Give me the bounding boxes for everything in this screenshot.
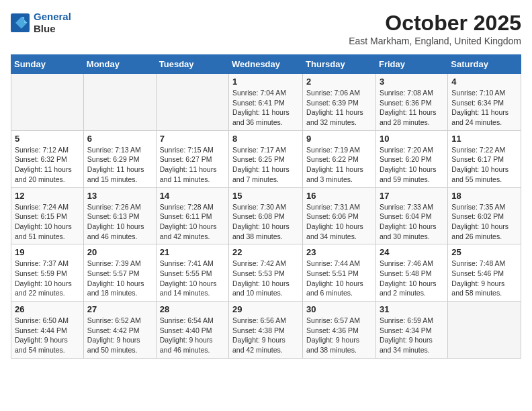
logo-icon <box>11 13 30 32</box>
day-number: 25 <box>451 247 517 257</box>
calendar-cell: 9Sunrise: 7:19 AM Sunset: 6:22 PM Daylig… <box>303 130 376 187</box>
logo: General Blue <box>11 11 71 35</box>
day-info: Sunrise: 6:50 AM Sunset: 4:44 PM Dayligh… <box>15 316 80 355</box>
day-number: 6 <box>87 134 152 144</box>
day-number: 29 <box>232 304 299 314</box>
calendar-cell: 17Sunrise: 7:33 AM Sunset: 6:04 PM Dayli… <box>375 187 447 244</box>
day-info: Sunrise: 7:42 AM Sunset: 5:53 PM Dayligh… <box>232 259 299 298</box>
day-info: Sunrise: 7:28 AM Sunset: 6:11 PM Dayligh… <box>160 202 225 242</box>
day-info: Sunrise: 6:56 AM Sunset: 4:38 PM Dayligh… <box>232 316 299 355</box>
day-info: Sunrise: 7:41 AM Sunset: 5:55 PM Dayligh… <box>160 259 225 298</box>
day-number: 30 <box>306 304 372 314</box>
logo-text: General Blue <box>34 11 71 35</box>
logo-line1: General <box>34 11 71 22</box>
calendar-cell: 6Sunrise: 7:13 AM Sunset: 6:29 PM Daylig… <box>83 130 156 187</box>
calendar-cell <box>448 302 521 359</box>
calendar-cell: 7Sunrise: 7:15 AM Sunset: 6:27 PM Daylig… <box>156 130 228 187</box>
day-info: Sunrise: 7:33 AM Sunset: 6:04 PM Dayligh… <box>380 202 444 242</box>
day-number: 12 <box>15 191 80 201</box>
calendar-cell: 2Sunrise: 7:06 AM Sunset: 6:39 PM Daylig… <box>303 74 376 131</box>
day-info: Sunrise: 7:08 AM Sunset: 6:36 PM Dayligh… <box>380 88 444 128</box>
day-info: Sunrise: 7:24 AM Sunset: 6:15 PM Dayligh… <box>15 202 80 242</box>
day-info: Sunrise: 6:52 AM Sunset: 4:42 PM Dayligh… <box>87 316 152 355</box>
day-number: 20 <box>87 247 152 257</box>
day-number: 27 <box>87 304 152 314</box>
day-number: 3 <box>380 77 444 87</box>
calendar-cell <box>156 74 228 131</box>
calendar-cell: 24Sunrise: 7:46 AM Sunset: 5:48 PM Dayli… <box>375 244 447 302</box>
day-info: Sunrise: 7:13 AM Sunset: 6:29 PM Dayligh… <box>87 145 152 185</box>
day-number: 17 <box>380 191 444 201</box>
calendar-cell: 12Sunrise: 7:24 AM Sunset: 6:15 PM Dayli… <box>11 187 84 244</box>
day-header-thursday: Thursday <box>303 55 376 74</box>
day-info: Sunrise: 7:30 AM Sunset: 6:08 PM Dayligh… <box>232 202 299 242</box>
day-info: Sunrise: 7:39 AM Sunset: 5:57 PM Dayligh… <box>87 259 152 298</box>
calendar-cell: 4Sunrise: 7:10 AM Sunset: 6:34 PM Daylig… <box>448 74 521 131</box>
day-info: Sunrise: 7:06 AM Sunset: 6:39 PM Dayligh… <box>306 88 372 128</box>
calendar-cell: 15Sunrise: 7:30 AM Sunset: 6:08 PM Dayli… <box>229 187 303 244</box>
day-info: Sunrise: 7:15 AM Sunset: 6:27 PM Dayligh… <box>160 145 225 185</box>
calendar-cell: 25Sunrise: 7:48 AM Sunset: 5:46 PM Dayli… <box>448 244 521 302</box>
calendar-cell: 26Sunrise: 6:50 AM Sunset: 4:44 PM Dayli… <box>11 302 84 359</box>
day-info: Sunrise: 7:37 AM Sunset: 5:59 PM Dayligh… <box>15 259 80 298</box>
calendar-cell: 20Sunrise: 7:39 AM Sunset: 5:57 PM Dayli… <box>83 244 156 302</box>
day-number: 5 <box>15 134 80 144</box>
day-info: Sunrise: 7:20 AM Sunset: 6:20 PM Dayligh… <box>380 145 444 185</box>
calendar-cell: 13Sunrise: 7:26 AM Sunset: 6:13 PM Dayli… <box>83 187 156 244</box>
day-info: Sunrise: 7:31 AM Sunset: 6:06 PM Dayligh… <box>306 202 372 242</box>
day-number: 26 <box>15 304 80 314</box>
week-row-2: 5Sunrise: 7:12 AM Sunset: 6:32 PM Daylig… <box>11 130 521 187</box>
day-number: 9 <box>306 134 372 144</box>
month-title: October 2025 <box>349 11 521 36</box>
day-number: 14 <box>160 191 225 201</box>
calendar-cell <box>83 74 156 131</box>
day-info: Sunrise: 7:35 AM Sunset: 6:02 PM Dayligh… <box>451 202 517 242</box>
calendar-cell: 28Sunrise: 6:54 AM Sunset: 4:40 PM Dayli… <box>156 302 228 359</box>
calendar-cell <box>11 74 84 131</box>
day-number: 7 <box>160 134 225 144</box>
calendar-table: SundayMondayTuesdayWednesdayThursdayFrid… <box>11 54 521 359</box>
location: East Markham, England, United Kingdom <box>349 36 521 46</box>
calendar-cell: 29Sunrise: 6:56 AM Sunset: 4:38 PM Dayli… <box>229 302 303 359</box>
day-header-monday: Monday <box>83 55 156 74</box>
week-row-1: 1Sunrise: 7:04 AM Sunset: 6:41 PM Daylig… <box>11 74 521 131</box>
calendar-cell: 18Sunrise: 7:35 AM Sunset: 6:02 PM Dayli… <box>448 187 521 244</box>
day-info: Sunrise: 6:54 AM Sunset: 4:40 PM Dayligh… <box>160 316 225 355</box>
page-header: General Blue October 2025 East Markham, … <box>11 11 521 46</box>
day-header-tuesday: Tuesday <box>156 55 228 74</box>
day-number: 2 <box>306 77 372 87</box>
day-info: Sunrise: 7:12 AM Sunset: 6:32 PM Dayligh… <box>15 145 80 185</box>
day-info: Sunrise: 7:26 AM Sunset: 6:13 PM Dayligh… <box>87 202 152 242</box>
day-number: 10 <box>380 134 444 144</box>
calendar-cell: 31Sunrise: 6:59 AM Sunset: 4:34 PM Dayli… <box>375 302 447 359</box>
calendar-cell: 19Sunrise: 7:37 AM Sunset: 5:59 PM Dayli… <box>11 244 84 302</box>
calendar-cell: 8Sunrise: 7:17 AM Sunset: 6:25 PM Daylig… <box>229 130 303 187</box>
day-info: Sunrise: 7:19 AM Sunset: 6:22 PM Dayligh… <box>306 145 372 185</box>
day-header-saturday: Saturday <box>448 55 521 74</box>
calendar-cell: 27Sunrise: 6:52 AM Sunset: 4:42 PM Dayli… <box>83 302 156 359</box>
week-row-3: 12Sunrise: 7:24 AM Sunset: 6:15 PM Dayli… <box>11 187 521 244</box>
calendar-cell: 3Sunrise: 7:08 AM Sunset: 6:36 PM Daylig… <box>375 74 447 131</box>
day-info: Sunrise: 7:04 AM Sunset: 6:41 PM Dayligh… <box>232 88 299 128</box>
day-info: Sunrise: 7:17 AM Sunset: 6:25 PM Dayligh… <box>232 145 299 185</box>
day-number: 31 <box>380 304 444 314</box>
calendar-cell: 5Sunrise: 7:12 AM Sunset: 6:32 PM Daylig… <box>11 130 84 187</box>
day-info: Sunrise: 7:10 AM Sunset: 6:34 PM Dayligh… <box>451 88 517 128</box>
day-number: 11 <box>451 134 517 144</box>
day-info: Sunrise: 7:46 AM Sunset: 5:48 PM Dayligh… <box>380 259 444 298</box>
day-header-sunday: Sunday <box>11 55 84 74</box>
day-info: Sunrise: 6:57 AM Sunset: 4:36 PM Dayligh… <box>306 316 372 355</box>
day-number: 24 <box>380 247 444 257</box>
day-info: Sunrise: 6:59 AM Sunset: 4:34 PM Dayligh… <box>380 316 444 355</box>
day-number: 21 <box>160 247 225 257</box>
week-row-4: 19Sunrise: 7:37 AM Sunset: 5:59 PM Dayli… <box>11 244 521 302</box>
day-info: Sunrise: 7:48 AM Sunset: 5:46 PM Dayligh… <box>451 259 517 298</box>
day-number: 4 <box>451 77 517 87</box>
day-number: 8 <box>232 134 299 144</box>
day-number: 18 <box>451 191 517 201</box>
title-block: October 2025 East Markham, England, Unit… <box>349 11 521 46</box>
day-number: 23 <box>306 247 372 257</box>
calendar-cell: 10Sunrise: 7:20 AM Sunset: 6:20 PM Dayli… <box>375 130 447 187</box>
day-number: 22 <box>232 247 299 257</box>
day-number: 1 <box>232 77 299 87</box>
